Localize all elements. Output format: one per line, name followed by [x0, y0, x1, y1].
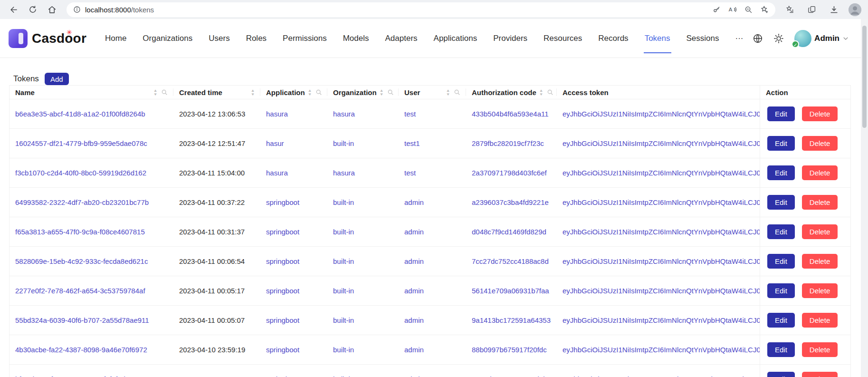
application-link[interactable]: springboot [260, 375, 327, 377]
delete-button[interactable]: Delete [802, 165, 838, 180]
access-token-cell[interactable]: eyJhbGciOiJSUzI1NiIsImtpZCI6ImNlcnQtYnVp… [557, 139, 760, 147]
user-link[interactable]: test [399, 169, 466, 177]
language-globe-icon[interactable] [753, 33, 763, 44]
user-link[interactable]: test [399, 110, 466, 118]
url-text[interactable]: localhost:8000/tokens [85, 6, 154, 14]
column-header-name[interactable]: Name ▲▼ [10, 86, 173, 99]
application-link[interactable]: hasura [260, 110, 327, 118]
sort-icon[interactable]: ▲▼ [151, 89, 157, 96]
delete-button[interactable]: Delete [802, 254, 838, 269]
user-link[interactable]: admin [399, 316, 466, 324]
zoom-out-icon[interactable] [744, 6, 753, 14]
search-icon[interactable] [315, 89, 322, 96]
nav-item-models[interactable]: Models [335, 19, 377, 58]
nav-item-tokens[interactable]: Tokens [637, 19, 678, 58]
token-name-link[interactable]: 4b30acbe-fa22-4387-8098-9a46e70f6972 [10, 346, 173, 354]
sort-icon[interactable]: ▲▼ [443, 89, 450, 96]
column-header-organization[interactable]: Organization ▲▼ [327, 86, 399, 99]
authorization-code-cell[interactable]: a2396037c3ba4fd9221e [466, 198, 557, 206]
authorization-code-cell[interactable]: 1032d04962a45955d0bc [466, 375, 557, 377]
authorization-code-cell[interactable]: 7cc27dc752cc4188ac8d [466, 257, 557, 265]
application-link[interactable]: hasur [260, 139, 327, 147]
user-link[interactable]: admin [399, 346, 466, 354]
authorization-code-cell[interactable]: 2a370971798d403fc6ef [466, 169, 557, 177]
delete-button[interactable]: Delete [802, 106, 838, 121]
token-name-link[interactable]: 55bd324a-6039-40f6-b707-2a55d78ae911 [10, 316, 173, 324]
authorization-code-cell[interactable]: 88b0997b675917f20fdc [466, 346, 557, 354]
favorites-icon[interactable] [783, 2, 797, 17]
edit-button[interactable]: Edit [767, 283, 795, 298]
access-token-cell[interactable]: eyJhbGciOiJSUzI1NiIsImtpZCI6ImNlcnQtYnVp… [557, 257, 760, 265]
search-icon[interactable] [387, 89, 394, 96]
nav-item-organizations[interactable]: Organizations [134, 19, 200, 58]
token-name-link[interactable]: b6ea3e35-abcf-41d8-a1a2-01f00fd8264b [10, 110, 173, 118]
nav-item-more[interactable]: ··· [727, 19, 751, 58]
edit-button[interactable]: Edit [767, 372, 795, 377]
access-token-cell[interactable]: eyJhbGciOiJSUzI1NiIsImtpZCI6ImNlcnQtYnVp… [557, 287, 760, 295]
casdoor-logo[interactable]: Casdoor ✳ [9, 29, 86, 48]
nav-item-resources[interactable]: Resources [535, 19, 590, 58]
collections-icon[interactable] [805, 2, 819, 17]
search-icon[interactable] [454, 89, 460, 96]
token-name-link[interactable]: 2277e0f2-7e78-462f-a654-3c53759784af [10, 287, 173, 295]
token-name-link[interactable]: 16024557-df21-4779-bfb9-959e5dae078c [10, 139, 173, 147]
page-scrollbar[interactable] [861, 19, 868, 377]
delete-button[interactable]: Delete [802, 195, 838, 210]
column-header-application[interactable]: Application ▲▼ [260, 86, 327, 99]
site-info-icon[interactable] [73, 6, 81, 13]
access-token-cell[interactable]: eyJhbGciOiJSUzI1NiIsImtpZCI6ImNlcnQtYnVp… [557, 375, 760, 377]
token-name-link[interactable]: bf1c7b79-4f76-0050-8300-3f1f7f0d4c2e [10, 375, 173, 377]
add-button[interactable]: Add [45, 73, 69, 85]
browser-profile-avatar[interactable] [849, 3, 861, 16]
token-name-link[interactable]: 64993582-2322-4df7-ab20-cb23201bc77b [10, 198, 173, 206]
organization-link[interactable]: built-in [327, 316, 399, 324]
organization-link[interactable]: built-in [327, 198, 399, 206]
read-aloud-icon[interactable]: A [728, 5, 737, 14]
access-token-cell[interactable]: eyJhbGciOiJSUzI1NiIsImtpZCI6ImNlcnQtYnVp… [557, 198, 760, 206]
scrollbar-thumb[interactable] [862, 26, 867, 128]
edit-button[interactable]: Edit [767, 165, 795, 180]
edit-button[interactable]: Edit [767, 195, 795, 210]
edit-button[interactable]: Edit [767, 224, 795, 239]
application-link[interactable]: springboot [260, 257, 327, 265]
user-link[interactable]: admin [399, 287, 466, 295]
edit-button[interactable]: Edit [767, 136, 795, 151]
column-header-created-time[interactable]: Created time ▲▼ [173, 86, 260, 99]
authorization-code-cell[interactable]: 433b504b4f6a593e4a11 [466, 110, 557, 118]
edit-button[interactable]: Edit [767, 313, 795, 328]
organization-link[interactable]: hasura [327, 169, 399, 177]
edit-button[interactable]: Edit [767, 342, 795, 357]
user-link[interactable]: admin [399, 228, 466, 236]
nav-item-adapters[interactable]: Adapters [377, 19, 426, 58]
nav-item-roles[interactable]: Roles [238, 19, 275, 58]
authorization-code-cell[interactable]: 56141e709a06931b7faa [466, 287, 557, 295]
application-link[interactable]: springboot [260, 316, 327, 324]
refresh-button[interactable] [26, 2, 40, 17]
organization-link[interactable]: built-in [327, 346, 399, 354]
delete-button[interactable]: Delete [802, 342, 838, 357]
organization-link[interactable]: built-in [327, 287, 399, 295]
organization-link[interactable]: built-in [327, 139, 399, 147]
application-link[interactable]: springboot [260, 346, 327, 354]
application-link[interactable]: springboot [260, 287, 327, 295]
user-link[interactable]: admin [399, 257, 466, 265]
delete-button[interactable]: Delete [802, 372, 838, 377]
token-name-link[interactable]: f3cb1070-c2d4-40f0-8bc0-59919d26d162 [10, 169, 173, 177]
nav-item-providers[interactable]: Providers [485, 19, 535, 58]
downloads-icon[interactable] [827, 2, 841, 17]
home-button[interactable] [45, 2, 59, 17]
user-link[interactable]: test1 [399, 139, 466, 147]
column-header-authorization-code[interactable]: Authorization code ▲▼ [466, 86, 557, 99]
access-token-cell[interactable]: eyJhbGciOiJSUzI1NiIsImtpZCI6ImNlcnQtYnVp… [557, 169, 760, 177]
sort-icon[interactable]: ▲▼ [377, 89, 383, 96]
sort-icon[interactable]: ▲▼ [248, 89, 255, 96]
nav-item-users[interactable]: Users [200, 19, 238, 58]
authorization-code-cell[interactable]: 2879fbc282019cf7f23c [466, 139, 557, 147]
nav-item-sessions[interactable]: Sessions [678, 19, 727, 58]
nav-item-applications[interactable]: Applications [426, 19, 486, 58]
authorization-code-cell[interactable]: d048c7f9cd1469fd829d [466, 228, 557, 236]
user-link[interactable]: admin [399, 198, 466, 206]
delete-button[interactable]: Delete [802, 313, 838, 328]
column-header-user[interactable]: User ▲▼ [399, 86, 466, 99]
account-menu[interactable]: ✓ Admin [794, 30, 849, 47]
